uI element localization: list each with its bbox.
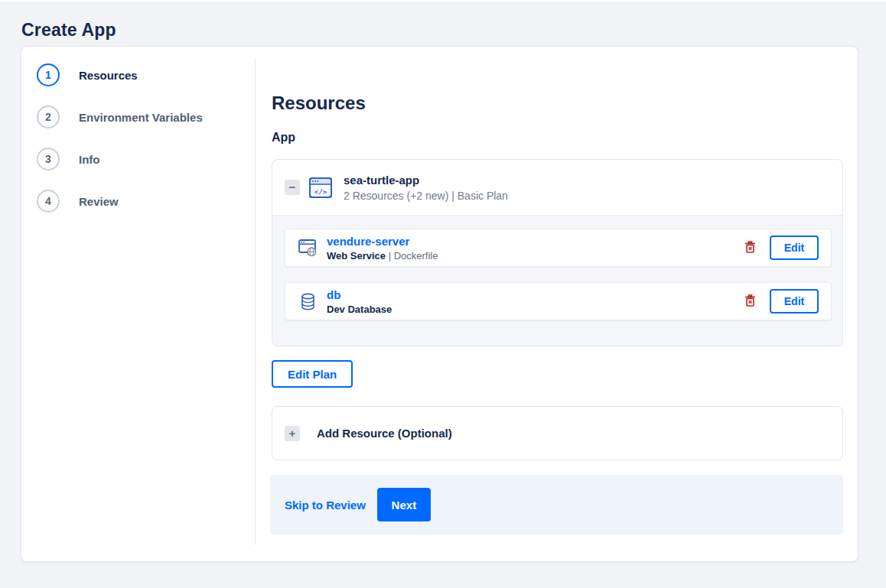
browser-globe-icon <box>298 239 318 257</box>
edit-resource-button[interactable]: Edit <box>770 289 819 313</box>
step-label: Info <box>79 153 100 166</box>
add-resource-card[interactable]: + Add Resource (Optional) <box>272 406 843 460</box>
sidebar-step-environment-variables[interactable]: 2 Environment Variables <box>37 104 203 130</box>
delete-resource-button[interactable] <box>742 292 758 311</box>
app-group-header: − </> <box>272 160 842 216</box>
wizard-footer: Skip to Review Next <box>270 475 843 534</box>
minus-icon: − <box>289 180 296 193</box>
step-label: Review <box>79 195 119 208</box>
resource-text: db Dev Database <box>327 288 392 315</box>
resource-name-link[interactable]: vendure-server <box>327 235 438 248</box>
edit-plan-button[interactable]: Edit Plan <box>272 360 353 388</box>
resource-type: Dev Database <box>327 304 392 315</box>
page-title: Create App <box>21 20 116 41</box>
edit-resource-button[interactable]: Edit <box>770 236 819 260</box>
app-summary: 2 Resources (+2 new) | Basic Plan <box>344 190 508 202</box>
app-name: sea-turtle-app <box>344 174 508 187</box>
app-title-block: sea-turtle-app 2 Resources (+2 new) | Ba… <box>344 174 508 202</box>
sidebar-divider <box>255 58 256 545</box>
sidebar-step-resources[interactable]: 1 Resources <box>37 62 138 88</box>
resource-row-db: db Dev Database <box>285 282 832 320</box>
resource-detail: | Dockerfile <box>386 250 438 262</box>
sidebar-step-review[interactable]: 4 Review <box>37 188 119 214</box>
step-label: Environment Variables <box>79 111 203 124</box>
resource-subtitle: Dev Database <box>327 304 392 315</box>
database-cylinder-icon <box>298 293 318 310</box>
create-app-page: Create App 1 Resources 2 Environment Var… <box>0 0 886 588</box>
resources-heading: Resources <box>272 93 366 114</box>
plus-icon: + <box>285 426 300 441</box>
delete-resource-button[interactable] <box>742 239 758 258</box>
resource-name-link[interactable]: db <box>327 288 392 301</box>
step-number-badge: 4 <box>37 190 60 213</box>
app-window-code-icon: </> <box>309 177 332 198</box>
resource-row-vendure-server: vendure-server Web Service | Dockerfile <box>285 229 832 267</box>
resource-type: Web Service <box>327 250 386 262</box>
sidebar-step-info[interactable]: 3 Info <box>37 146 100 172</box>
add-resource-label: Add Resource (Optional) <box>317 427 452 440</box>
main-panel: Resources App − <box>272 47 859 563</box>
trash-icon <box>744 294 756 309</box>
app-section-label: App <box>272 131 295 145</box>
top-strip <box>0 0 886 3</box>
trash-icon <box>744 241 756 255</box>
step-label: Resources <box>79 69 138 82</box>
svg-text:</>: </> <box>314 187 327 195</box>
resource-text: vendure-server Web Service | Dockerfile <box>327 235 438 262</box>
step-number-badge: 1 <box>37 63 60 86</box>
resource-subtitle: Web Service | Dockerfile <box>327 250 438 262</box>
collapse-button[interactable]: − <box>285 180 300 195</box>
app-group-card: − </> <box>272 159 843 346</box>
next-button[interactable]: Next <box>377 488 431 521</box>
wizard-card: 1 Resources 2 Environment Variables 3 In… <box>21 46 858 562</box>
step-number-badge: 3 <box>37 148 60 171</box>
step-number-badge: 2 <box>37 106 60 128</box>
skip-to-review-link[interactable]: Skip to Review <box>285 499 366 512</box>
